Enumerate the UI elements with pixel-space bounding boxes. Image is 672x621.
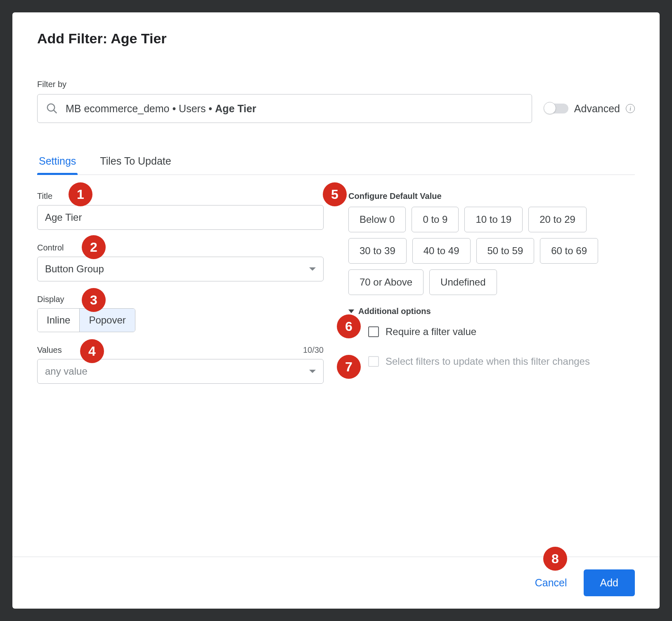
svg-line-1 (54, 110, 57, 113)
svg-point-0 (47, 104, 55, 111)
add-button[interactable]: Add (584, 569, 635, 596)
tabs: Settings Tiles To Update (37, 148, 635, 175)
advanced-toggle-wrap: Advanced i (544, 103, 635, 115)
default-value-chip[interactable]: 0 to 9 (412, 207, 459, 232)
filter-by-section: Filter by MB ecommerce_demo • Users • Ag… (12, 55, 660, 397)
display-label: Display (37, 295, 324, 304)
tab-tiles-to-update[interactable]: Tiles To Update (98, 148, 173, 175)
require-filter-value-row: Require a filter value (368, 326, 635, 338)
callout-1: 1 (69, 182, 92, 206)
info-icon[interactable]: i (626, 104, 635, 113)
right-column: 5 Configure Default Value Below 00 to 91… (348, 191, 635, 397)
configure-default-label: Configure Default Value (348, 191, 635, 201)
default-value-chip[interactable]: 10 to 19 (464, 207, 523, 232)
advanced-toggle[interactable] (544, 104, 568, 113)
select-filters-row: Select filters to update when this filte… (368, 356, 635, 367)
default-value-chip[interactable]: 30 to 39 (348, 238, 407, 264)
values-value: any value (45, 366, 88, 377)
control-label: Control (37, 243, 324, 253)
dialog-title: Add Filter: Age Tier (12, 12, 660, 55)
select-filters-checkbox (368, 356, 379, 367)
settings-body: 1 Title Age Tier 2 Control Button Group … (37, 175, 635, 397)
control-select[interactable]: Button Group (37, 257, 324, 281)
add-filter-dialog: Add Filter: Age Tier Filter by MB ecomme… (12, 12, 660, 609)
title-value: Age Tier (45, 212, 82, 223)
callout-3: 3 (82, 288, 106, 312)
callout-8: 8 (543, 547, 567, 571)
filter-search-value: MB ecommerce_demo • Users • Age Tier (66, 103, 256, 115)
default-value-chip[interactable]: 40 to 49 (412, 238, 471, 264)
default-value-chips: Below 00 to 910 to 1920 to 2930 to 3940 … (348, 207, 635, 295)
default-value-chip[interactable]: 70 or Above (348, 269, 424, 295)
values-counter: 10/30 (303, 345, 324, 355)
filter-by-row: MB ecommerce_demo • Users • Age Tier Adv… (37, 94, 635, 123)
default-value-chip[interactable]: 20 to 29 (528, 207, 587, 232)
default-value-chip[interactable]: 60 to 69 (540, 238, 598, 264)
callout-4: 4 (80, 339, 104, 363)
advanced-label: Advanced (574, 103, 620, 115)
display-inline[interactable]: Inline (38, 309, 79, 332)
control-value: Button Group (45, 263, 104, 275)
chevron-down-icon (309, 267, 316, 271)
callout-7: 7 (337, 355, 361, 379)
default-value-chip[interactable]: Below 0 (348, 207, 406, 232)
default-value-chip[interactable]: Undefined (429, 269, 497, 295)
title-input[interactable]: Age Tier (37, 205, 324, 230)
display-segment-group: Inline Popover (37, 308, 135, 332)
default-value-chip[interactable]: 50 to 59 (476, 238, 535, 264)
select-filters-label: Select filters to update when this filte… (386, 356, 590, 367)
require-filter-checkbox[interactable] (368, 326, 379, 337)
filter-search-input[interactable]: MB ecommerce_demo • Users • Age Tier (37, 94, 532, 123)
left-column: 1 Title Age Tier 2 Control Button Group … (37, 191, 324, 397)
callout-5: 5 (323, 182, 347, 206)
filter-by-label: Filter by (37, 80, 635, 89)
callout-2: 2 (82, 235, 106, 259)
cancel-button[interactable]: Cancel (531, 572, 571, 594)
toggle-knob (544, 102, 556, 114)
search-icon (46, 102, 58, 115)
additional-options-header[interactable]: Additional options (348, 307, 635, 316)
callout-6: 6 (337, 314, 361, 338)
chevron-down-icon (309, 370, 316, 373)
tab-settings[interactable]: Settings (37, 148, 78, 175)
chevron-down-icon (348, 309, 354, 313)
values-select[interactable]: any value (37, 359, 324, 384)
dialog-footer: 8 Cancel Add (12, 557, 660, 609)
display-popover[interactable]: Popover (79, 309, 135, 332)
require-filter-label: Require a filter value (386, 326, 476, 338)
